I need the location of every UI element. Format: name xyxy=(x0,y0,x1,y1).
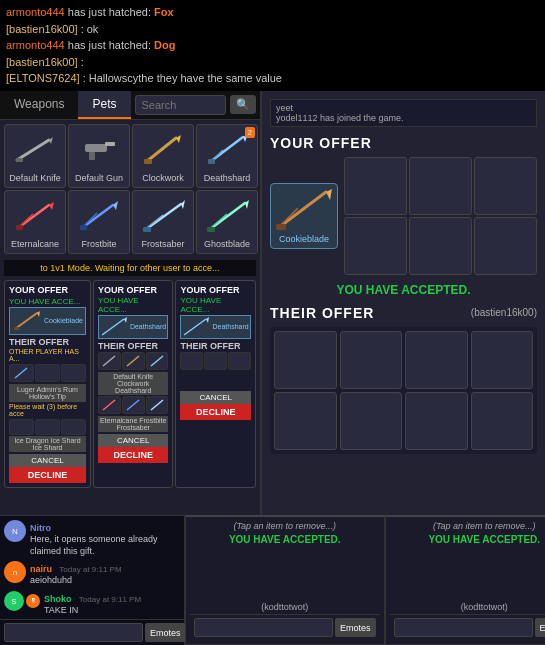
svg-rect-13 xyxy=(208,159,215,164)
tap-msg-2: (Tap an item to remove...) xyxy=(390,521,545,531)
mini-trade-2: YOUR OFFER YOU HAVE ACCE... Deathshard T… xyxy=(93,280,174,488)
item-default-knife[interactable]: Default Knife xyxy=(4,124,66,188)
deathshard-knife-icon xyxy=(205,132,249,168)
svg-line-0 xyxy=(17,140,49,160)
item-label: Default Knife xyxy=(9,173,61,183)
shoko-avatar: S xyxy=(4,591,24,611)
bottom-emotes-btn-1[interactable]: Emotes xyxy=(335,618,376,637)
their-username: (bastien16k00) xyxy=(471,307,537,318)
mini-decline-btn-1[interactable]: DECLINE xyxy=(9,467,86,483)
their-slot-6[interactable] xyxy=(340,392,403,450)
item-frostsaber[interactable]: Frostsaber xyxy=(132,190,194,254)
emotes-button[interactable]: Emotes xyxy=(145,623,186,642)
svg-marker-19 xyxy=(113,201,118,210)
your-offer-slot-4[interactable] xyxy=(474,157,537,215)
svg-line-28 xyxy=(212,214,227,227)
svg-line-36 xyxy=(103,356,115,366)
their-slot-7[interactable] xyxy=(405,392,468,450)
svg-line-8 xyxy=(151,150,161,158)
svg-marker-1 xyxy=(49,137,53,144)
svg-rect-21 xyxy=(80,225,87,230)
qty-badge: 2 xyxy=(245,127,255,138)
chat-line-2: [bastien16k00] : ok xyxy=(6,21,539,38)
ghostblade-knife-icon xyxy=(205,198,249,234)
their-slot-8[interactable] xyxy=(471,392,534,450)
their-slot-3[interactable] xyxy=(405,331,468,389)
svg-line-33 xyxy=(15,368,27,378)
svg-marker-23 xyxy=(181,200,185,209)
your-offer-slot-3[interactable] xyxy=(409,157,472,215)
waiting-message: to 1v1 Mode. Waiting for other user to a… xyxy=(4,260,256,276)
mini-cancel-btn-3[interactable]: CANCEL xyxy=(180,391,251,404)
svg-line-37 xyxy=(127,356,139,366)
mini-item-list: Luger Admin's Rum Hollow's Tip xyxy=(9,384,86,402)
mini-deathshard2-icon xyxy=(182,317,210,337)
svg-line-39 xyxy=(103,400,115,410)
top-chat: armonto444 has just hatched: Fox [bastie… xyxy=(0,0,545,91)
mini-slot xyxy=(98,396,121,414)
item-default-gun[interactable]: Default Gun xyxy=(68,124,130,188)
item-label: Frostsaber xyxy=(137,239,189,249)
bottom-chat: N Nitro Here, it opens someone already c… xyxy=(0,515,185,645)
bottom-user-1: (kodttotwot) xyxy=(190,602,380,612)
svg-line-41 xyxy=(151,400,163,410)
svg-rect-32 xyxy=(14,327,19,330)
item-clockwork[interactable]: Clockwork xyxy=(132,124,194,188)
mini-slot xyxy=(9,364,34,382)
bottom-emotes-btn-2[interactable]: Emotes xyxy=(535,618,545,637)
nitro-msg: Here, it opens someone already claimed t… xyxy=(30,534,180,557)
svg-marker-35 xyxy=(124,317,127,323)
tab-weapons[interactable]: Weapons xyxy=(0,91,78,119)
your-offer-slot-6[interactable] xyxy=(409,217,472,275)
svg-rect-47 xyxy=(276,224,286,230)
mini-decline-btn-3[interactable]: DECLINE xyxy=(180,404,251,420)
mini-cancel-btn-1[interactable]: CANCEL xyxy=(9,454,86,467)
mini-slot-clockwork xyxy=(122,352,145,370)
their-slot-4[interactable] xyxy=(471,331,534,389)
svg-marker-31 xyxy=(37,311,40,317)
shoko-msg: TAKE IN< 3 xyxy=(44,605,180,619)
search-button[interactable]: 🔍 xyxy=(230,95,256,114)
your-offer-item[interactable]: Cookieblade xyxy=(270,183,338,249)
svg-marker-15 xyxy=(49,202,54,210)
your-offer-slot-2[interactable] xyxy=(344,157,407,215)
item-eternalcane[interactable]: Eternalcane xyxy=(4,190,66,254)
mini-decline-btn-2[interactable]: DECLINE xyxy=(98,447,169,463)
their-slot-5[interactable] xyxy=(274,392,337,450)
svg-line-24 xyxy=(148,215,163,227)
item-label: Default Gun xyxy=(73,173,125,183)
system-message: yeet yodel1112 has joined the game. xyxy=(270,99,537,127)
item-deathshard[interactable]: 2 Deathshard xyxy=(196,124,258,188)
nairu-username: nairu xyxy=(30,564,52,574)
mini-trade-1: YOUR OFFER YOU HAVE ACCE... Cookieblade … xyxy=(4,280,91,488)
svg-line-26 xyxy=(209,203,245,230)
their-slot-2[interactable] xyxy=(340,331,403,389)
their-offer-title: THEIR OFFER xyxy=(270,305,374,321)
mini-slot xyxy=(35,419,60,435)
search-input[interactable] xyxy=(135,95,227,115)
mini-slot-deathshard xyxy=(146,352,169,370)
their-slot-1[interactable] xyxy=(274,331,337,389)
tab-pets[interactable]: Pets xyxy=(78,91,130,119)
bottom-trade-2: (Tap an item to remove...) YOU HAVE ACCE… xyxy=(385,515,545,645)
mini-slot-default xyxy=(98,352,121,370)
mini-cancel-btn-2[interactable]: CANCEL xyxy=(98,434,169,447)
item-frostbite[interactable]: Frostbite xyxy=(68,190,130,254)
clockwork-knife-icon xyxy=(141,132,185,168)
svg-marker-27 xyxy=(245,200,249,209)
search-bar: 🔍 xyxy=(131,91,261,119)
bottom-chat-input-1[interactable] xyxy=(194,618,333,637)
svg-line-14 xyxy=(18,205,49,228)
your-offer-slot-7[interactable] xyxy=(474,217,537,275)
svg-line-42 xyxy=(184,319,206,335)
mini-trade-area: YOUR OFFER YOU HAVE ACCE... Cookieblade … xyxy=(0,278,260,490)
bottom-chat-input-2[interactable] xyxy=(394,618,533,637)
svg-line-38 xyxy=(151,356,163,366)
your-offer-slot-5[interactable] xyxy=(344,217,407,275)
mini-slot xyxy=(228,352,251,370)
chat-input[interactable] xyxy=(4,623,143,642)
your-offer-title: YOUR OFFER xyxy=(270,135,537,151)
svg-rect-17 xyxy=(16,225,23,230)
tap-msg-1: (Tap an item to remove...) xyxy=(190,521,380,531)
item-ghostblade[interactable]: Ghostblade xyxy=(196,190,258,254)
